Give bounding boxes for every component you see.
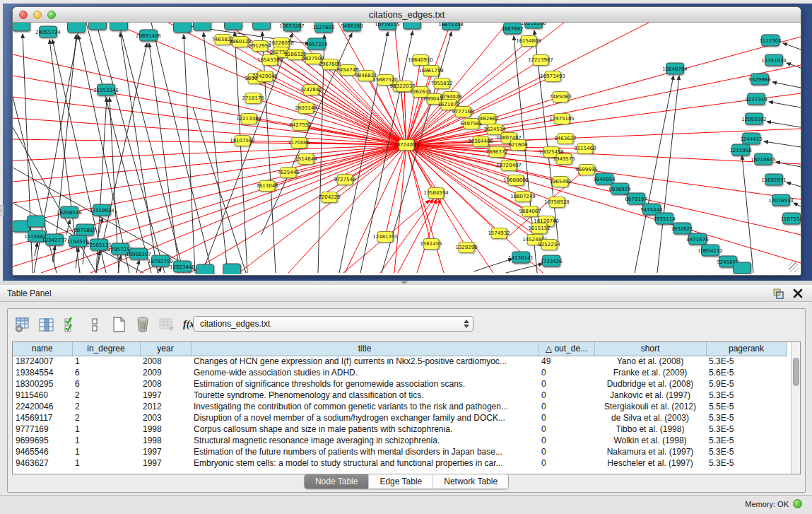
window-titlebar[interactable]: citations_edges.txt (13, 7, 801, 23)
network-node-cited[interactable]: 20364486 (473, 136, 489, 147)
network-node-cited[interactable]: 1574932 (491, 228, 507, 239)
network-node[interactable]: 19958107 (129, 248, 148, 260)
network-node[interactable] (13, 23, 30, 32)
network-node-cited[interactable]: 18720407 (501, 160, 517, 171)
network-node-cited[interactable]: 2803144 (298, 103, 314, 114)
network-node-cited[interactable]: 16961758 (423, 65, 440, 76)
network-node[interactable]: 16648784 (666, 63, 684, 75)
network-node-cited[interactable]: 1949575 (556, 153, 572, 165)
network-node[interactable] (196, 264, 214, 275)
network-node[interactable]: 12505135 (90, 239, 108, 251)
network-node-cited[interactable]: 2204225 (322, 192, 338, 203)
network-node[interactable]: 20691406 (139, 30, 158, 42)
network-node[interactable]: 15692971 (765, 174, 783, 186)
table-vertical-scrollbar[interactable] (791, 342, 800, 474)
network-canvas[interactable]: 2405572420691406106532871527602946616010… (13, 23, 801, 274)
network-node-cited[interactable]: 10756928 (549, 197, 565, 208)
network-node[interactable]: 2887682 (503, 23, 522, 35)
network-node[interactable]: 17016514 (772, 194, 790, 206)
network-node-cited[interactable]: 8427552 (293, 119, 309, 131)
network-node[interactable]: 10653287 (283, 23, 301, 32)
memory-status[interactable]: Memory: OK (745, 499, 802, 508)
network-node[interactable]: 1215958 (731, 144, 750, 156)
network-node[interactable]: 15751074 (765, 54, 783, 66)
network-node-cited[interactable]: 12975185 (554, 113, 570, 124)
network-node-cited[interactable]: 9463627 (558, 133, 574, 144)
network-node-cited[interactable]: 22420046 (257, 71, 273, 82)
network-node-cited[interactable]: 8186328 (288, 49, 304, 60)
network-hub-node[interactable]: 18724007 (399, 139, 415, 151)
network-node-cited[interactable]: 7463822 (215, 34, 231, 45)
network-node[interactable]: 1167534 (782, 213, 801, 225)
scrollbar-thumb[interactable] (793, 358, 799, 386)
network-node[interactable]: 10719155 (378, 23, 396, 30)
network-node[interactable] (67, 23, 86, 33)
network-node[interactable] (110, 23, 128, 31)
table-selector-dropdown[interactable]: citations_edges.txt (193, 316, 473, 332)
network-node[interactable] (88, 23, 107, 30)
network-node-cited[interactable]: 8860128 (233, 36, 249, 47)
network-node[interactable]: 7857224 (307, 38, 326, 50)
network-node-cited[interactable]: 16543382 (262, 54, 278, 66)
network-node[interactable]: 9329966 (751, 74, 769, 86)
network-node[interactable]: 8938924 (611, 183, 629, 195)
network-node[interactable]: 16782759 (151, 255, 170, 267)
network-node[interactable]: 26206516 (60, 206, 78, 218)
network-node-cited[interactable]: 18807249 (515, 191, 531, 202)
table-row[interactable]: 1456911722003Disruption of a novel membe… (13, 412, 787, 424)
table-row[interactable]: 969969511998Structural magnetic resonanc… (13, 435, 787, 446)
network-node[interactable]: 14136141 (512, 252, 530, 264)
network-node-cited[interactable]: 1561455 (423, 238, 440, 250)
network-node[interactable]: 12923448 (173, 261, 192, 273)
network-node[interactable] (223, 264, 241, 275)
network-node-cited[interactable]: 9699695 (579, 164, 595, 175)
network-node-cited[interactable]: 16154808 (521, 35, 537, 47)
table-row[interactable]: 1938455462009Genome-wide association stu… (13, 367, 787, 378)
network-node[interactable]: 8471676 (688, 233, 707, 245)
network-node[interactable]: 19218506 (524, 23, 543, 29)
column-header-name[interactable]: name (13, 342, 72, 356)
tab-edge-table[interactable]: Edge Table (368, 474, 433, 489)
tab-network-table[interactable]: Network Table (433, 474, 508, 489)
network-node[interactable] (403, 23, 421, 30)
network-node[interactable]: 7832621 (673, 223, 691, 235)
network-node[interactable]: 16671358 (442, 23, 460, 30)
network-node-cited[interactable]: 1965492 (553, 176, 569, 187)
network-node-cited[interactable]: 9252254 (541, 239, 558, 250)
network-node-cited[interactable]: 10688609 (508, 175, 524, 186)
table-row[interactable]: 911546021997Tourette syndrome. Phenomeno… (13, 390, 787, 401)
window-resize-grip[interactable] (789, 262, 799, 272)
network-node[interactable] (173, 23, 192, 33)
network-node[interactable]: 10654112 (701, 245, 719, 257)
network-node[interactable]: 2935114 (655, 213, 673, 225)
show-columns-icon[interactable] (37, 316, 55, 334)
table-row[interactable]: 946362711997Embryonic stem cells: a mode… (13, 457, 787, 469)
network-node[interactable]: 1244413 (742, 133, 760, 145)
network-node[interactable] (252, 23, 271, 30)
new-column-icon[interactable] (110, 316, 127, 334)
network-node[interactable]: 12342737 (45, 234, 64, 246)
network-node[interactable]: 9466160 (343, 23, 361, 32)
network-node[interactable] (27, 216, 45, 228)
network-node[interactable]: 12093582 (745, 113, 763, 125)
network-node-cited[interactable]: 621606 (510, 139, 526, 151)
panel-collapse-handle[interactable]: ‹ (0, 205, 4, 216)
network-node-cited[interactable]: 9884067 (522, 206, 539, 217)
table-row[interactable]: 977716911998Corpus callosum shape and si… (13, 424, 787, 435)
network-node-cited[interactable]: 2718176 (245, 93, 261, 104)
network-node[interactable]: 16210645 (754, 153, 772, 165)
network-node-cited[interactable]: 1170085 (291, 137, 307, 148)
float-panel-icon[interactable] (772, 288, 784, 299)
network-node-cited[interactable]: 9777169 (455, 106, 471, 117)
network-node-cited[interactable]: 10973493 (545, 71, 561, 82)
column-header-short[interactable]: short (594, 342, 706, 356)
close-panel-icon[interactable] (792, 288, 804, 299)
network-node-cited[interactable]: 7485063 (553, 91, 569, 103)
table-row[interactable]: 2242004622012Investigating the contribut… (13, 401, 787, 412)
delete-columns-icon[interactable] (134, 316, 151, 334)
column-header-pagerank[interactable]: pagerank (706, 342, 787, 356)
network-node-cited[interactable]: 9727544 (337, 174, 353, 185)
network-node-cited[interactable]: 7613046 (259, 180, 276, 192)
network-view-window[interactable]: citations_edges.txt 24055724206914061065… (12, 6, 801, 276)
network-node[interactable]: 24055724 (39, 26, 57, 38)
